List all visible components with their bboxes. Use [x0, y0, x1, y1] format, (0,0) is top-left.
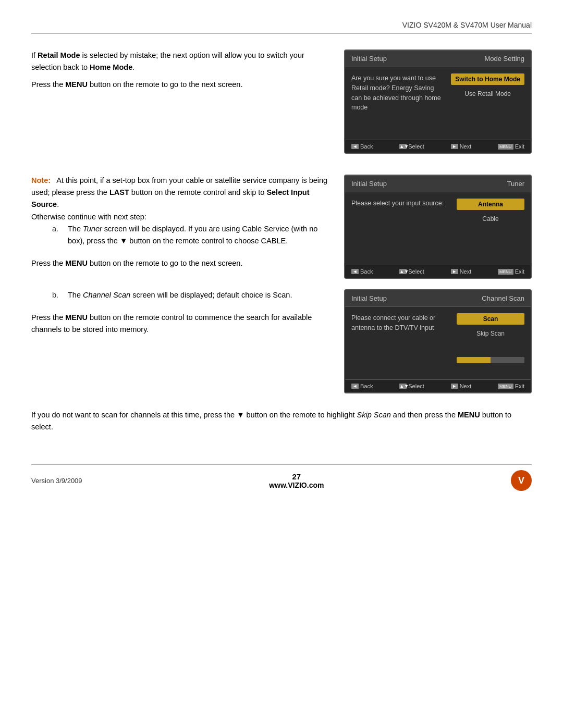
section3-menu-para: Press the MENU button on the remote cont… — [31, 312, 328, 336]
tv-body-1: Are you sure you want to use Retail mode… — [345, 67, 531, 140]
vizio-logo: V — [511, 470, 532, 491]
section3-text: b. The Channel Scan screen will be displ… — [31, 289, 328, 393]
cable-btn[interactable]: Cable — [457, 213, 524, 225]
sub-section-a: a. The Tuner screen will be displayed. I… — [52, 223, 328, 247]
section2-top: Note: At this point, if a set-top box fr… — [31, 175, 532, 279]
sub-item-b-label: b. — [52, 289, 63, 301]
select-input-source-bold: Select Input Source — [31, 188, 310, 208]
note-label: Note: — [31, 176, 51, 184]
skip-scan-btn[interactable]: Skip Scan — [457, 328, 524, 339]
footer-page: 27 — [82, 472, 511, 481]
tv-buttons-1: Switch to Home Mode Use Retail Mode — [451, 73, 524, 133]
header-title: VIZIO SV420M & SV470M User Manual — [31, 21, 532, 34]
select-icon-2: ▲▼ — [399, 269, 407, 274]
progress-bar-fill — [457, 357, 491, 363]
tv-body-text-1: Are you sure you want to use Retail mode… — [351, 73, 446, 133]
menu-bold-3: MENU — [65, 313, 88, 322]
progress-bar — [457, 357, 524, 363]
use-retail-mode-btn[interactable]: Use Retail Mode — [451, 88, 524, 100]
tv-next-btn-3: ► Next — [451, 383, 472, 389]
tv-header-right-1: Mode Setting — [484, 55, 524, 63]
tv-next-btn-1: ► Next — [451, 143, 472, 150]
tv-back-btn-2: ◄ Back — [351, 268, 373, 275]
retail-mode-para2: Press the MENU button on the remote to g… — [31, 79, 328, 91]
footer: Version 3/9/2009 27 www.VIZIO.com V — [31, 464, 532, 491]
select-icon-3: ▲▼ — [399, 384, 407, 389]
sub-section-b: b. The Channel Scan screen will be displ… — [52, 289, 328, 301]
bottom-note-text1: If you do not want to scan for channels … — [31, 411, 357, 419]
exit-icon-3: MENU — [498, 384, 513, 389]
back-icon-1: ◄ — [351, 144, 359, 149]
footer-url: www.VIZIO.com — [82, 481, 511, 489]
sub-item-b-text: The Channel Scan screen will be displaye… — [68, 289, 328, 301]
tv-exit-btn-1: MENU Exit — [498, 143, 524, 150]
note-para: Note: At this point, if a set-top box fr… — [31, 175, 328, 211]
page: VIZIO SV420M & SV470M User Manual If Ret… — [0, 0, 563, 512]
exit-icon-2: MENU — [498, 269, 513, 275]
tv-body-text-2: Please select your input source: — [351, 199, 451, 258]
tv-screen-2: Initial Setup Tuner Please select your i… — [344, 175, 532, 279]
tv-header-left-2: Initial Setup — [351, 180, 387, 188]
bottom-note-text2: and then press the — [391, 411, 458, 419]
section1-text: If Retail Mode is selected by mistake; t… — [31, 50, 328, 154]
scan-btn[interactable]: Scan — [457, 313, 524, 325]
tv-select-btn-2: ▲▼ Select — [399, 268, 424, 275]
back-icon-2: ◄ — [351, 269, 359, 274]
tv-body-text-3: Please connect your cable or antenna to … — [351, 313, 451, 373]
sub-item-a: a. The Tuner screen will be displayed. I… — [52, 223, 328, 247]
section2-wrapper: Note: At this point, if a set-top box fr… — [31, 175, 532, 279]
tv-header-right-3: Channel Scan — [482, 294, 524, 302]
last-bold: LAST — [109, 188, 129, 196]
sub-item-b: b. The Channel Scan screen will be displ… — [52, 289, 328, 301]
menu-bold-4: MENU — [458, 411, 480, 419]
switch-home-mode-btn[interactable]: Switch to Home Mode — [451, 73, 524, 85]
menu-bold-1: MENU — [65, 80, 88, 89]
select-icon-1: ▲▼ — [399, 144, 407, 149]
tv-header-1: Initial Setup Mode Setting — [345, 51, 531, 67]
tv-footer-1: ◄ Back ▲▼ Select ► Next MENU Exit — [345, 140, 531, 153]
next-icon-2: ► — [451, 269, 458, 274]
section3-top: b. The Channel Scan screen will be displ… — [31, 289, 532, 393]
tv-body-3: Please connect your cable or antenna to … — [345, 307, 531, 379]
menu-bold-2: MENU — [65, 259, 88, 267]
next-icon-3: ► — [451, 384, 458, 389]
footer-version: Version 3/9/2009 — [31, 477, 82, 485]
retail-mode-bold: Retail Mode — [38, 51, 80, 59]
exit-icon-1: MENU — [498, 144, 513, 150]
tv-select-btn-3: ▲▼ Select — [399, 383, 424, 389]
sub-item-a-text: The Tuner screen will be displayed. If y… — [68, 223, 328, 247]
tuner-italic: Tuner — [83, 225, 102, 233]
antenna-btn[interactable]: Antenna — [457, 199, 524, 210]
tv-exit-btn-3: MENU Exit — [498, 383, 524, 389]
footer-center: 27 www.VIZIO.com — [82, 472, 511, 489]
tv-header-right-2: Tuner — [507, 180, 524, 188]
channel-scan-italic: Channel Scan — [83, 291, 130, 299]
tv-screen-1: Initial Setup Mode Setting Are you sure … — [344, 50, 532, 154]
home-mode-bold: Home Mode — [90, 63, 132, 71]
manual-title: VIZIO SV420M & SV470M User Manual — [402, 21, 532, 29]
retail-mode-para1: If Retail Mode is selected by mistake; t… — [31, 50, 328, 73]
tv-header-left-1: Initial Setup — [351, 55, 387, 63]
tv-footer-2: ◄ Back ▲▼ Select ► Next MENU Exit — [345, 265, 531, 278]
sub-item-a-label: a. — [52, 223, 63, 247]
otherwise-para: Otherwise continue with next step: — [31, 211, 328, 223]
tv-screen-3: Initial Setup Channel Scan Please connec… — [344, 289, 532, 393]
back-icon-3: ◄ — [351, 384, 359, 389]
section2-text: Note: At this point, if a set-top box fr… — [31, 175, 328, 279]
section3-wrapper: b. The Channel Scan screen will be displ… — [31, 289, 532, 393]
tv-header-left-3: Initial Setup — [351, 294, 387, 302]
section-retail-mode: If Retail Mode is selected by mistake; t… — [31, 50, 532, 154]
tv-back-btn-1: ◄ Back — [351, 143, 373, 150]
skip-scan-italic: Skip Scan — [357, 411, 391, 419]
tv-back-btn-3: ◄ Back — [351, 383, 373, 389]
section2-menu-para: Press the MENU button on the remote to g… — [31, 257, 328, 269]
next-icon-1: ► — [451, 144, 458, 149]
tv-buttons-2: Antenna Cable — [457, 199, 524, 258]
tv-exit-btn-2: MENU Exit — [498, 268, 524, 275]
tv-body-2: Please select your input source: Antenna… — [345, 192, 531, 265]
bottom-note: If you do not want to scan for channels … — [31, 409, 532, 433]
tv-select-btn-1: ▲▼ Select — [399, 143, 424, 150]
tv-footer-3: ◄ Back ▲▼ Select ► Next MENU Exit — [345, 379, 531, 392]
tv-next-btn-2: ► Next — [451, 268, 472, 275]
tv-header-2: Initial Setup Tuner — [345, 176, 531, 192]
